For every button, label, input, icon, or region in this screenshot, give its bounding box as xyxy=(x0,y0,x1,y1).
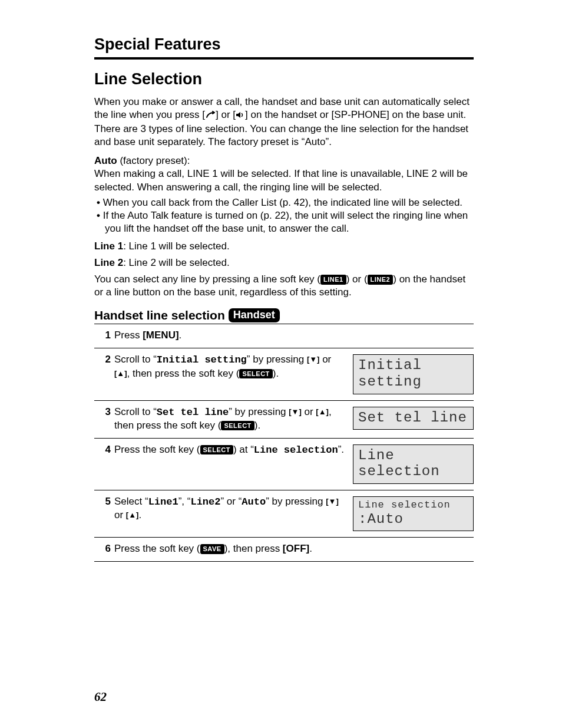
s5-m3: Auto xyxy=(242,496,266,508)
page-number: 62 xyxy=(94,690,107,704)
s3-mono: Set tel line xyxy=(157,407,229,418)
line1-chip: LINE1 xyxy=(320,275,346,284)
s5-m2: Line2 xyxy=(190,496,220,508)
step-row-4: 4 Press the soft key (SELECT) at “Line s… xyxy=(94,438,474,490)
s2-b: ” by pressing xyxy=(247,354,307,365)
subsection-title: Handset line selection xyxy=(94,308,225,322)
s3-a: Scroll to “ xyxy=(114,406,157,417)
s2-e: ). xyxy=(273,368,279,379)
step-num-6: 6 xyxy=(94,538,114,562)
select-chip: SELECT xyxy=(239,369,272,378)
s4-a: Press the soft key ( xyxy=(114,444,200,455)
screen-cell-5: Line selection :Auto xyxy=(351,490,474,537)
step-body-1: Press [MENU]. xyxy=(114,324,474,348)
step-num-1: 1 xyxy=(94,324,114,348)
step-body-3: Scroll to “Set tel line” by pressing [▼]… xyxy=(114,400,351,438)
s2-d: , then press the soft key ( xyxy=(127,368,240,379)
screen-cell-3: Set tel line xyxy=(351,400,474,438)
s5-b: ”, “ xyxy=(178,496,191,507)
lcd-screen-4: Line selection xyxy=(353,444,474,484)
s4-c: ”. xyxy=(338,444,344,455)
screen-cell-2: Initial setting xyxy=(351,348,474,400)
s6-c: . xyxy=(309,543,312,554)
s2-a: Scroll to “ xyxy=(114,354,157,365)
auto-bullets: When you call back from the Caller List … xyxy=(94,196,474,235)
step-num-5: 5 xyxy=(94,490,114,537)
lcd-screen-5: Line selection :Auto xyxy=(353,496,474,531)
softkey-note: You can select any line by pressing a li… xyxy=(94,273,474,299)
step-row-5: 5 Select “Line1”, “Line2” or “Auto” by p… xyxy=(94,490,474,537)
step-body-4: Press the soft key (SELECT) at “Line sel… xyxy=(114,438,351,490)
s2-mono: Initial setting xyxy=(157,354,247,365)
s1-post: . xyxy=(179,330,182,341)
s1-bold: [MENU] xyxy=(143,330,178,341)
s5-c: ” or “ xyxy=(220,496,242,507)
select-chip: SELECT xyxy=(221,421,254,430)
screen-cell-4: Line selection xyxy=(351,438,474,490)
s6-bold: [OFF] xyxy=(283,543,309,554)
softkey-a: You can select any line by pressing a li… xyxy=(94,274,320,285)
step-row-6: 6 Press the soft key (SAVE), then press … xyxy=(94,538,474,562)
handset-badge: Handset xyxy=(229,308,280,322)
bullet-1: When you call back from the Caller List … xyxy=(94,196,474,209)
auto-body: When making a call, LINE 1 will be selec… xyxy=(94,168,468,192)
up-icon: [▲] xyxy=(126,510,139,519)
s4-b: ) at “ xyxy=(233,444,254,455)
step-num-4: 4 xyxy=(94,438,114,490)
s5-e: or xyxy=(114,509,126,521)
line1-body: : Line 1 will be selected. xyxy=(123,241,230,252)
lcd-screen-3: Set tel line xyxy=(353,407,474,430)
down-icon: [▼] xyxy=(326,497,339,506)
step-row-1: 1 Press [MENU]. xyxy=(94,324,474,348)
talk-key-icon xyxy=(205,110,216,123)
up-icon: [▲] xyxy=(114,369,127,378)
line2-def: Line 2: Line 2 will be selected. xyxy=(94,256,474,269)
s5-d: ” by pressing xyxy=(266,496,326,507)
s3-b: ” by pressing xyxy=(229,406,289,417)
up-icon: [▲] xyxy=(316,407,329,416)
subsection-heading: Handset line selection Handset xyxy=(94,308,474,322)
line1-label: Line 1 xyxy=(94,241,123,252)
s5-f: . xyxy=(138,509,141,521)
s6-b: ), then press xyxy=(224,543,283,554)
intro-paragraph: When you make or answer a call, the hand… xyxy=(94,95,474,149)
chapter-rule xyxy=(94,57,474,60)
s4-mono: Line selection xyxy=(254,444,338,456)
step-body-2: Scroll to “Initial setting” by pressing … xyxy=(114,348,351,400)
lcd-screen-2: Initial setting xyxy=(353,354,474,394)
step-row-2: 2 Scroll to “Initial setting” by pressin… xyxy=(94,348,474,400)
lcd-line2: :Auto xyxy=(358,511,468,528)
chapter-title: Special Features xyxy=(94,35,474,54)
line2-body: : Line 2 will be selected. xyxy=(123,257,230,268)
s3-e: ). xyxy=(254,420,260,431)
bullet-2: If the Auto Talk feature is turned on (p… xyxy=(94,209,474,235)
line2-label: Line 2 xyxy=(94,257,123,268)
steps-table: 1 Press [MENU]. 2 Scroll to “Initial set… xyxy=(94,324,474,562)
speaker-key-icon xyxy=(236,110,245,123)
s3-c: or xyxy=(302,406,316,417)
step-body-5: Select “Line1”, “Line2” or “Auto” by pre… xyxy=(114,490,351,537)
section-title: Line Selection xyxy=(94,70,474,88)
s5-a: Select “ xyxy=(114,496,148,507)
s2-c: or xyxy=(319,354,331,365)
step-num-2: 2 xyxy=(94,348,114,400)
step-num-3: 3 xyxy=(94,400,114,438)
lcd-line1: Line selection xyxy=(358,499,468,511)
line2-chip: LINE2 xyxy=(368,275,394,284)
down-icon: [▼] xyxy=(289,407,302,416)
step-body-6: Press the soft key (SAVE), then press [O… xyxy=(114,538,474,562)
s1-pre: Press xyxy=(114,330,143,341)
auto-label: Auto xyxy=(94,155,117,166)
s6-a: Press the soft key ( xyxy=(114,543,200,554)
softkey-b: ) or ( xyxy=(346,274,368,285)
intro-text-b: ] or [ xyxy=(216,109,236,120)
step-row-3: 3 Scroll to “Set tel line” by pressing [… xyxy=(94,400,474,438)
save-chip: SAVE xyxy=(200,544,224,554)
auto-suffix: (factory preset): xyxy=(117,155,190,166)
s5-m1: Line1 xyxy=(148,496,178,508)
line1-def: Line 1: Line 1 will be selected. xyxy=(94,240,474,253)
select-chip: SELECT xyxy=(200,445,233,454)
auto-block: Auto (factory preset): When making a cal… xyxy=(94,154,474,193)
down-icon: [▼] xyxy=(307,355,320,364)
